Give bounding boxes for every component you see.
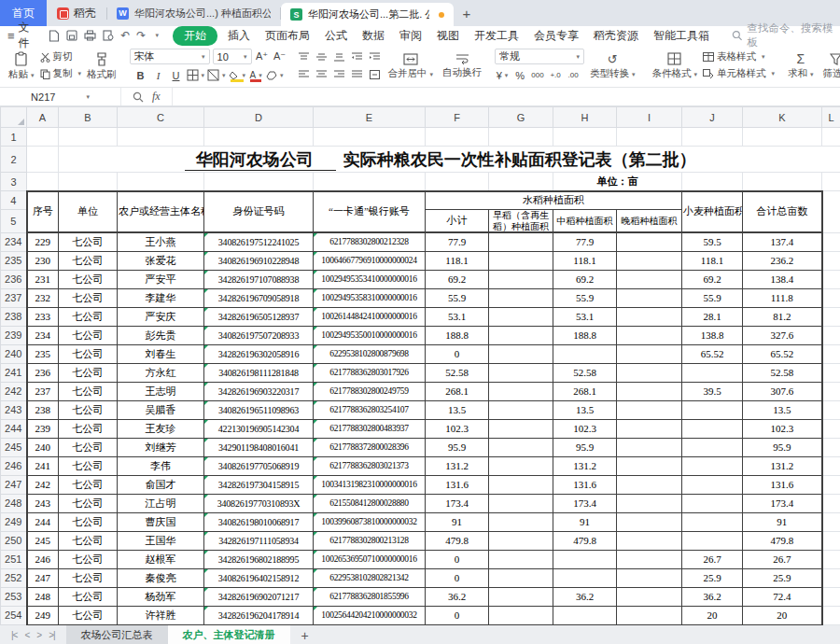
cell[interactable]	[426, 173, 489, 191]
cell[interactable]	[822, 382, 840, 400]
ribbon-tab-5[interactable]: 审阅	[392, 27, 429, 45]
row-header[interactable]: 3	[1, 173, 27, 191]
cell[interactable]	[682, 400, 743, 419]
cell[interactable]: 39.5	[682, 382, 743, 400]
cell[interactable]	[682, 456, 743, 475]
cell[interactable]	[822, 531, 840, 550]
cell[interactable]: 彭先贵	[118, 326, 204, 344]
header-farmer-name[interactable]: 农户或经营主体名称	[118, 191, 204, 233]
cell[interactable]	[822, 419, 840, 438]
cell[interactable]: 173.4	[553, 494, 617, 512]
cell[interactable]	[617, 326, 682, 344]
cell[interactable]: 342826196903220317	[204, 382, 314, 400]
cell[interactable]: 江占明	[118, 494, 204, 512]
cell[interactable]: 118.1	[426, 251, 489, 270]
increase-font-button[interactable]: A⁺	[255, 49, 270, 63]
column-header-E[interactable]: E	[314, 107, 426, 128]
font-name-select[interactable]: 宋体▾	[130, 49, 210, 64]
cell[interactable]: 王志明	[118, 382, 204, 400]
cell[interactable]	[743, 173, 822, 191]
cell[interactable]	[822, 475, 840, 494]
cell[interactable]	[118, 128, 204, 147]
cell[interactable]: 102.3	[743, 419, 822, 438]
cell[interactable]	[27, 128, 59, 147]
row-header[interactable]: 241	[1, 363, 27, 382]
cell[interactable]: 307.6	[743, 382, 822, 400]
cell[interactable]	[489, 382, 553, 400]
cell[interactable]	[682, 512, 743, 531]
cell[interactable]: 6229538102800879698	[314, 344, 426, 363]
cell[interactable]: 七公司	[59, 550, 118, 568]
cell[interactable]	[489, 344, 553, 363]
cell[interactable]: 53.1	[553, 307, 617, 326]
cell[interactable]: 102.3	[426, 419, 489, 438]
cell[interactable]: 95.9	[743, 438, 822, 456]
cell[interactable]: 234	[27, 326, 59, 344]
cell[interactable]	[553, 550, 617, 568]
row-header[interactable]: 250	[1, 531, 27, 550]
cell[interactable]: 111.8	[743, 288, 822, 307]
cell[interactable]: 28.1	[682, 307, 743, 326]
cell[interactable]: 245	[27, 531, 59, 550]
cell[interactable]: 10039960873810000000032	[314, 512, 426, 531]
cell[interactable]	[489, 494, 553, 512]
print-preview-icon[interactable]	[103, 30, 114, 41]
cell[interactable]	[822, 550, 840, 568]
unit-note-cell[interactable]: 单位：亩	[553, 173, 682, 191]
clear-format-button[interactable]: ▾	[266, 68, 284, 82]
cell[interactable]	[489, 173, 553, 191]
cell[interactable]	[822, 191, 840, 233]
cell[interactable]: 6217788362803254107	[314, 400, 426, 419]
cell[interactable]: 6217788302800483937	[314, 419, 426, 438]
cell[interactable]: 479.8	[743, 531, 822, 550]
cell[interactable]: 36.2	[426, 587, 489, 606]
cell[interactable]: 246	[27, 550, 59, 568]
cell[interactable]: 102.3	[553, 419, 617, 438]
cell[interactable]	[822, 307, 840, 326]
cell[interactable]: 0	[426, 606, 489, 624]
cell[interactable]: 李伟	[118, 456, 204, 475]
cell[interactable]: 七公司	[59, 232, 118, 251]
cell[interactable]	[617, 512, 682, 531]
cell[interactable]: 七公司	[59, 326, 118, 344]
cell[interactable]	[59, 173, 118, 191]
ribbon-tab-4[interactable]: 数据	[355, 27, 392, 45]
cell[interactable]: 249	[27, 606, 59, 624]
cell[interactable]: 65.52	[682, 344, 743, 363]
ribbon-tab-2[interactable]: 页面布局	[258, 27, 317, 45]
row-header[interactable]: 234	[1, 232, 27, 251]
cell[interactable]: 七公司	[59, 419, 118, 438]
font-color-button[interactable]: A▾	[248, 68, 263, 82]
cell[interactable]: 20	[682, 606, 743, 624]
format-painter-button[interactable]: 格式刷	[83, 52, 120, 79]
cell[interactable]: 138.8	[682, 326, 743, 344]
zoom-formula-icon[interactable]	[133, 91, 144, 103]
next-sheet-icon[interactable]: >	[36, 630, 41, 640]
ribbon-tab-8[interactable]: 会员专享	[526, 27, 586, 45]
cell[interactable]	[822, 587, 840, 606]
cell[interactable]: 6217788302800249759	[314, 382, 426, 400]
cell[interactable]	[743, 128, 822, 147]
cell[interactable]	[682, 438, 743, 456]
cell[interactable]	[617, 419, 682, 438]
cell[interactable]	[489, 128, 553, 147]
cell[interactable]: 6217788372800028396	[314, 438, 426, 456]
header-bank-account[interactable]: “一卡通”银行账号	[314, 191, 426, 233]
command-search[interactable]: 查找命令、搜索模板	[732, 21, 840, 49]
cell[interactable]	[553, 568, 617, 587]
cell[interactable]	[617, 363, 682, 382]
cell[interactable]: 95.9	[426, 438, 489, 456]
cell[interactable]: 137.4	[743, 232, 822, 251]
decrease-indent-icon[interactable]	[350, 49, 365, 63]
cell[interactable]	[489, 419, 553, 438]
ribbon-tab-6[interactable]: 视图	[429, 27, 467, 45]
justify-icon[interactable]	[350, 67, 365, 81]
header-early-rice[interactable]: 早稻（含再生稻）种植面积	[489, 210, 553, 233]
row-header[interactable]: 252	[1, 568, 27, 587]
cell[interactable]: 188.8	[553, 326, 617, 344]
cell[interactable]: 55.9	[553, 288, 617, 307]
row-header[interactable]: 248	[1, 494, 27, 512]
cell[interactable]	[489, 363, 553, 382]
cell[interactable]: 26.7	[682, 550, 743, 568]
header-wheat-area[interactable]: 小麦种植面积	[682, 191, 743, 233]
